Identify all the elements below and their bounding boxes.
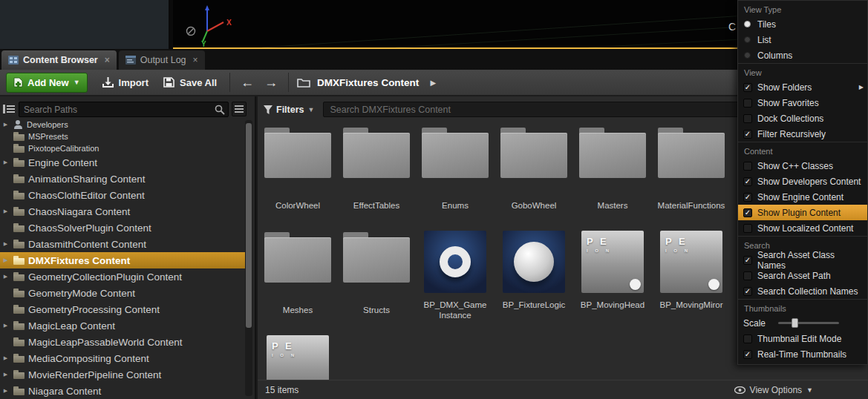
asset-folder-masters[interactable]: Masters [578,125,647,229]
menu-item-dock-collections[interactable]: Dock Collections [738,111,867,126]
back-button[interactable]: ← [235,76,259,89]
asset-folder-materialfunctions[interactable]: MaterialFunctions [657,125,725,229]
folder-thumbnail [658,128,725,178]
asset-folder-effecttables[interactable]: EffectTables [342,125,411,229]
tree-item-chaosniagara-content[interactable]: ▶ChaosNiagara Content [0,203,245,220]
tree-item-developers[interactable]: ▶Developers [0,119,245,131]
menu-item-thumbnail-edit-mode[interactable]: Thumbnail Edit Mode [738,331,867,346]
breadcrumb-caret-icon[interactable]: ▶ [430,79,436,87]
tree-item-magicleappassableworld-content[interactable]: ▶MagicLeapPassableWorld Content [0,334,245,350]
menu-item-show-localized-content[interactable]: Show Localized Content [738,220,867,236]
breadcrumb-path[interactable]: DMXFixtures Content [317,77,419,88]
menu-item-scale[interactable]: Scale [738,315,867,331]
folder-icon [13,223,25,232]
asset-tile-bp-dmx-game-instance[interactable]: BP_DMX_Game Instance [421,229,489,334]
breadcrumb: DMXFixtures Content ▶ [297,77,436,88]
unreal-editor-window: X Y C Content Browser × [0,0,868,399]
expand-arrow-icon[interactable]: ▶ [1,355,10,361]
close-tab-icon[interactable]: × [193,55,198,65]
menu-item-show-developers-content[interactable]: ✓Show Developers Content [738,174,867,189]
expand-arrow-icon[interactable]: ▶ [1,241,10,247]
tree-item-mediacompositing-content[interactable]: ▶MediaCompositing Content [0,350,245,366]
asset-folder-meshes[interactable]: Meshes [264,229,332,334]
tree-item-magicleap-content[interactable]: ▶MagicLeap Content [0,317,245,334]
slider-handle[interactable] [792,318,798,328]
add-new-label: Add New [27,77,69,88]
tree-item-dmxfixtures-content[interactable]: ▶DMXFixtures Content [0,252,245,268]
menu-item-search-asset-class-names[interactable]: ✓Search Asset Class Names [738,252,867,268]
asset-tile-bp-fixturelogic[interactable]: BP_FixtureLogic [500,229,568,334]
menu-item-label: Search Collection Names [757,286,858,297]
tree-item-geometrymode-content[interactable]: ▶GeometryMode Content [0,285,245,301]
menu-item-show-engine-content[interactable]: ✓Show Engine Content [738,189,867,205]
tree-item-chaosclotheditor-content[interactable]: ▶ChaosClothEditor Content [0,187,245,203]
tab-output-log[interactable]: Output Log × [119,50,205,70]
tree-item-movierenderpipeline-content[interactable]: ▶MovieRenderPipeline Content [0,366,245,383]
tree-item-geometryprocessing-content[interactable]: ▶GeometryProcessing Content [0,301,245,317]
expand-arrow-icon[interactable]: ▶ [1,372,10,377]
forward-button[interactable]: → [259,76,283,89]
asset-tile-bp-movingmiror[interactable]: P EI O NBP_MovingMiror [657,229,725,334]
sphere-graphic [514,242,554,282]
expand-arrow-icon[interactable]: ▶ [1,274,10,280]
menu-item-list[interactable]: List [738,32,867,47]
expand-arrow-icon[interactable]: ▶ [1,208,10,214]
tree-item-pixotopecalibration[interactable]: ▶PixotopeCalibration [0,142,245,154]
sources-toggle-icon[interactable] [3,104,15,114]
asset-folder-colorwheel[interactable]: ColorWheel [264,125,332,229]
menu-item-columns[interactable]: Columns [738,47,867,63]
folder-icon [13,370,25,379]
folder-thumbnail [343,232,410,283]
filters-button[interactable]: Filters ▼ [264,105,314,115]
chevron-down-icon: ▼ [74,79,80,86]
asset-folder-enums[interactable]: Enums [421,125,489,229]
close-tab-icon[interactable]: × [105,55,110,65]
path-view-options-button[interactable] [232,102,247,116]
tree-item-datasmithcontent-content[interactable]: ▶DatasmithContent Content [0,236,245,252]
menu-item-show-favorites[interactable]: Show Favorites [738,95,867,111]
tree-item-geometrycollectionplugin-content[interactable]: ▶GeometryCollectionPlugin Content [0,268,245,285]
menu-item-show-c-classes[interactable]: Show C++ Classes [738,158,867,174]
asset-search-input[interactable] [324,103,738,117]
asset-folder-gobowheel[interactable]: GoboWheel [500,125,568,229]
tree-item-niagara-content[interactable]: ▶Niagara Content [0,383,245,399]
add-new-button[interactable]: Add New ▼ [6,73,88,93]
expand-arrow-icon[interactable]: ▶ [1,323,10,329]
asset-tile-bp-movinghead[interactable]: P EI O NBP_MovingHead [578,229,647,334]
tree-item-label: PixotopeCalibration [28,144,99,153]
import-button[interactable]: Import [95,71,156,93]
tree-item-label: Developers [27,120,68,129]
expand-arrow-icon[interactable]: ▶ [1,159,10,165]
expand-arrow-icon[interactable]: ▶ [1,257,10,263]
asset-label: Masters [574,201,651,211]
sources-panel: ▶Developers▶MSPresets▶PixotopeCalibratio… [0,96,256,399]
menu-item-show-plugin-content[interactable]: ✓Show Plugin Content [738,205,867,220]
tab-content-browser[interactable]: Content Browser × [1,50,117,70]
thumbnail-logo-text: P EI O N [272,340,297,357]
expand-arrow-icon[interactable]: ▶ [1,122,10,128]
menu-item-tiles[interactable]: Tiles [738,16,867,32]
scrollbar-thumb[interactable] [246,123,252,328]
content-browser-icon [8,56,19,65]
asset-folder-structs[interactable]: Structs [342,229,411,334]
asset-label: EffectTables [338,201,415,211]
save-all-button[interactable]: Save All [156,71,224,93]
tree-item-animationsharing-content[interactable]: ▶AnimationSharing Content [0,171,245,187]
thumbnail-scale-slider[interactable] [778,322,839,324]
menu-item-show-folders[interactable]: ✓Show Folders▶ [738,79,867,95]
tree-item-engine-content[interactable]: ▶Engine Content [0,154,245,171]
folder-icon [13,337,25,346]
menu-item-search-asset-path[interactable]: Search Asset Path [738,268,867,283]
menu-section-header: View Type [738,1,867,16]
menu-item-real-time-thumbnails[interactable]: ✓Real-Time Thumbnails [738,346,867,362]
asset-search-box [323,102,739,117]
expand-arrow-icon[interactable]: ▶ [1,388,10,394]
tree-item-chaossolverplugin-content[interactable]: ▶ChaosSolverPlugin Content [0,220,245,236]
view-options-button[interactable]: View Options ▼ [734,385,813,395]
menu-item-search-collection-names[interactable]: ✓Search Collection Names [738,283,867,299]
paths-search-input[interactable] [19,102,228,116]
checkbox-icon: ✓ [743,130,752,139]
tree-scrollbar[interactable] [245,120,252,396]
tree-item-mspresets[interactable]: ▶MSPresets [0,131,245,142]
menu-item-filter-recursively[interactable]: ✓Filter Recursively [738,126,867,142]
